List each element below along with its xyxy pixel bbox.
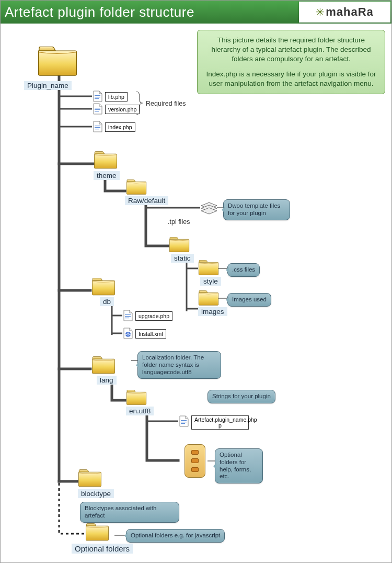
root-folder-label: Plugin_name — [24, 81, 72, 90]
file-label-artefact-l2: p — [218, 422, 222, 429]
file-label-index: index.php — [105, 122, 135, 132]
callout-localization: Localization folder. The folder name syn… — [137, 351, 221, 379]
file-icon-index — [93, 121, 102, 132]
db-folder-label: db — [100, 297, 114, 306]
style-folder-label: style — [200, 277, 221, 286]
file-label-install: Install.xml — [135, 329, 166, 339]
enutf8-folder-icon — [126, 390, 147, 406]
tpl-files-note: .tpl files — [168, 218, 190, 226]
optional-folder-label: Optional folders — [72, 544, 133, 554]
callout-strings: Strings for your plugin — [207, 390, 275, 403]
file-icon-artefact — [179, 415, 189, 427]
theme-folder-icon — [94, 151, 118, 170]
images-folder-label: images — [198, 307, 227, 316]
file-label-artefact: Artefact.plugin_name.php p — [191, 415, 249, 430]
lang-folder-label: lang — [97, 376, 117, 385]
logo-box: ✳ mahaRa — [299, 2, 390, 22]
callout-dwoo: Dwoo template files for your plugin — [223, 199, 290, 220]
callout-blocktypes: Blocktypes associated with artefact — [80, 502, 179, 523]
file-icon-upgrade — [123, 310, 133, 321]
page-title: Artefact plugin folder structure — [5, 4, 194, 20]
static-folder-icon — [169, 237, 190, 253]
file-icon-install — [123, 328, 133, 339]
file-label-lib: lib.php — [105, 92, 128, 102]
images-folder-icon — [198, 290, 219, 306]
file-icon-lib — [93, 91, 102, 102]
file-label-upgrade: upgrade.php — [135, 311, 172, 321]
callout-images: Images used — [227, 293, 271, 307]
blocktype-folder-label: blocktype — [78, 489, 114, 498]
multi-folder-icon — [185, 444, 205, 478]
raw-folder-label: Raw/default — [125, 196, 168, 205]
enutf8-folder-label: en.utf8 — [126, 407, 154, 415]
page-header: Artefact plugin folder structure ✳ mahaR… — [1, 1, 391, 24]
callout-optional-help: Optional folders for help, forms, etc. — [215, 448, 263, 483]
blocktype-folder-icon — [78, 469, 102, 488]
tpl-stack-icon — [200, 201, 218, 214]
style-folder-icon — [198, 260, 219, 276]
file-label-artefact-l1: Artefact.plugin_name.php — [194, 416, 257, 423]
diagram-frame: Artefact plugin folder structure ✳ mahaR… — [0, 0, 392, 563]
file-label-version: version.php — [105, 105, 140, 114]
callout-css: .css files — [227, 263, 260, 277]
optional-folder-icon — [85, 523, 109, 542]
raw-folder-icon — [126, 179, 147, 195]
static-folder-label: static — [171, 254, 194, 263]
diagram-canvas: Plugin_name lib.php version.php index.ph… — [1, 24, 392, 563]
lang-folder-icon — [91, 356, 116, 375]
theme-folder-label: theme — [94, 171, 120, 180]
logo-text: mahaRa — [326, 5, 374, 19]
root-folder-icon — [37, 47, 78, 77]
logo-leaf-icon: ✳ — [316, 6, 325, 18]
file-icon-version — [93, 103, 102, 115]
required-files-note: Required files — [146, 100, 186, 107]
connector-lines — [1, 24, 392, 563]
callout-optional-js: Optional folders e.g. for javascript — [126, 529, 225, 543]
db-folder-icon — [91, 278, 116, 296]
